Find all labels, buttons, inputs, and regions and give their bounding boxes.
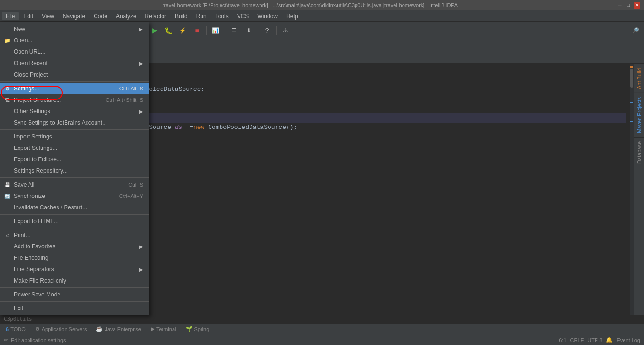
menu-file-encoding[interactable]: File Encoding <box>0 252 149 264</box>
menu-vcs[interactable]: VCS <box>233 12 253 20</box>
java-enterprise-tab[interactable]: ☕ Java Enterprise <box>92 325 144 333</box>
menu-save-all[interactable]: 💾 Save All Ctrl+S <box>0 179 149 190</box>
close-project-icon <box>3 71 11 79</box>
separator-5 <box>0 228 149 228</box>
toolbar-separator-6 <box>258 26 258 35</box>
separator-6 <box>0 287 149 288</box>
menu-invalidate-caches[interactable]: Invalidate Caches / Restart... <box>0 202 149 213</box>
java-enterprise-icon: ☕ <box>96 326 103 332</box>
menu-close-project[interactable]: Close Project <box>0 69 149 80</box>
scroll-indicator <box>630 64 634 315</box>
todo-tab[interactable]: 6 TODO <box>2 325 29 333</box>
menu-file[interactable]: File <box>2 12 19 20</box>
title-controls: ─ □ ✕ <box>616 2 640 9</box>
invalidate-caches-icon <box>3 204 11 211</box>
current-file-label: C3p0Utils <box>4 316 32 322</box>
menu-tools[interactable]: Tools <box>211 12 232 20</box>
menu-open[interactable]: 📁 Open... <box>0 35 149 46</box>
terminal-label: Terminal <box>156 326 176 332</box>
database-tab[interactable]: Database <box>634 137 644 168</box>
menu-make-readonly[interactable]: Make File Read-only <box>0 275 149 286</box>
scroll-thumb[interactable] <box>630 69 633 88</box>
menu-help[interactable]: Help <box>282 12 302 20</box>
debug-btn[interactable]: 🐛 <box>162 24 175 37</box>
menu-exit[interactable]: Exit <box>0 303 149 314</box>
menu-refactor[interactable]: Refactor <box>141 12 170 20</box>
menu-analyze[interactable]: Analyze <box>112 12 140 20</box>
sdk-btn[interactable]: ☰ <box>228 24 241 37</box>
menu-export-html[interactable]: Export to HTML... <box>0 216 149 227</box>
separator-1 <box>0 81 149 82</box>
search-everywhere-btn[interactable]: 🔎 <box>629 24 642 37</box>
toolbar-separator-5 <box>225 26 225 35</box>
print-icon: 🖨 <box>3 231 11 239</box>
editor-footer: C3p0Utils <box>0 315 644 323</box>
menu-export-eclipse[interactable]: Export to Eclipse... <box>0 154 149 165</box>
help-btn[interactable]: ? <box>260 24 274 37</box>
menu-synchronize[interactable]: 🔄 Synchronize Ctrl+Alt+Y <box>0 190 149 202</box>
ant-build-tab[interactable]: Ant Build <box>634 64 644 93</box>
right-panel: Ant Build Maven Projects Database <box>634 64 644 315</box>
menu-window[interactable]: Window <box>253 12 281 20</box>
menu-project-structure[interactable]: 🏗 Project Structure... Ctrl+Alt+Shift+S <box>0 94 149 106</box>
terminal-tab[interactable]: ▶ Terminal <box>147 325 180 333</box>
profile-btn[interactable]: 📊 <box>209 24 222 37</box>
coverage-btn[interactable]: ⚡ <box>176 24 190 37</box>
menu-export-settings[interactable]: Export Settings... <box>0 142 149 154</box>
menu-edit[interactable]: Edit <box>19 12 37 20</box>
menu-import-settings[interactable]: Import Settings... <box>0 131 149 142</box>
menu-run[interactable]: Run <box>192 12 211 20</box>
sync-settings-icon <box>3 119 11 127</box>
open-icon: 📁 <box>3 37 11 44</box>
menu-bar: File Edit View Navigate Code Analyze Ref… <box>0 10 644 22</box>
spring-label: Spring <box>194 326 210 332</box>
menu-print[interactable]: 🖨 Print... <box>0 229 149 241</box>
problems-btn[interactable]: ⚠ <box>279 24 292 37</box>
power-save-icon <box>3 291 11 298</box>
menu-settings[interactable]: ⚙ Settings... Ctrl+Alt+S <box>0 83 149 94</box>
menu-settings-repo[interactable]: Settings Repository... <box>0 165 149 177</box>
separator-7 <box>0 301 149 302</box>
stop-btn[interactable]: ■ <box>191 24 204 37</box>
maven-projects-tab[interactable]: Maven Projects <box>634 93 644 137</box>
save-all-icon: 💾 <box>3 181 11 188</box>
menu-add-favorites[interactable]: Add to Favorites ▶ <box>0 241 149 252</box>
maximize-button[interactable]: □ <box>625 2 632 9</box>
separator-4 <box>0 214 149 215</box>
todo-label: TODO <box>10 326 26 332</box>
close-button[interactable]: ✕ <box>634 2 640 9</box>
menu-view[interactable]: View <box>38 12 58 20</box>
app-servers-tab[interactable]: ⚙ Application Servers <box>31 325 91 333</box>
status-line-ending[interactable]: CRLF <box>570 337 584 343</box>
status-encoding[interactable]: UTF-8 <box>587 337 602 343</box>
menu-navigate[interactable]: Navigate <box>59 12 89 20</box>
todo-num: 6 <box>6 326 9 332</box>
status-message: Edit application settings <box>11 337 66 343</box>
menu-open-url[interactable]: Open URL... <box>0 46 149 58</box>
menu-other-settings[interactable]: Other Settings ▶ <box>0 106 149 117</box>
run-btn[interactable]: ▶ <box>148 24 161 37</box>
menu-open-recent[interactable]: Open Recent ▶ <box>0 58 149 69</box>
export-settings-icon <box>3 144 11 152</box>
java-enterprise-label: Java Enterprise <box>105 326 141 332</box>
status-position[interactable]: 6:1 <box>559 337 566 343</box>
menu-sync-settings[interactable]: Sync Settings to JetBrains Account... <box>0 117 149 128</box>
spring-icon: 🌱 <box>186 326 192 332</box>
scroll-mark-3 <box>630 121 633 122</box>
menu-new[interactable]: New ▶ <box>0 23 149 35</box>
menu-power-save[interactable]: Power Save Mode <box>0 289 149 300</box>
event-log-label[interactable]: Event Log <box>616 337 640 343</box>
export-html-icon <box>3 217 11 225</box>
minimize-button[interactable]: ─ <box>616 2 623 9</box>
title-bar: travel-homework [F:\Project\travel-homew… <box>0 0 644 10</box>
project-structure-icon: 🏗 <box>3 96 11 104</box>
update-btn[interactable]: ⬇ <box>242 24 255 37</box>
status-right: 6:1 CRLF UTF-8 🔔 Event Log <box>559 337 640 343</box>
menu-line-separators[interactable]: Line Separators ▶ <box>0 264 149 275</box>
spring-tab[interactable]: 🌱 Spring <box>182 325 213 333</box>
status-bar: ✏ Edit application settings 6:1 CRLF UTF… <box>0 335 644 345</box>
menu-build[interactable]: Build <box>171 12 192 20</box>
separator-3 <box>0 177 149 178</box>
terminal-icon: ▶ <box>151 326 154 332</box>
menu-code[interactable]: Code <box>90 12 111 20</box>
